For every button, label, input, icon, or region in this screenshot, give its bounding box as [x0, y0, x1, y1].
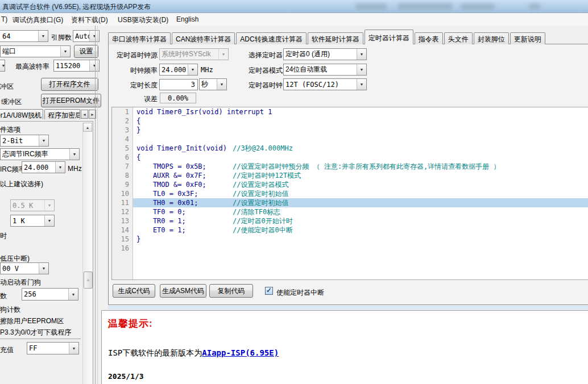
resistor-select[interactable]: 1 K [10, 215, 55, 227]
timer-clock-label: 定时器时钟 [249, 81, 283, 90]
menu-item-partial[interactable]: T) [1, 15, 7, 23]
wdt-factor-select[interactable]: 256 [22, 288, 78, 300]
open-eeprom-file-button[interactable]: 打开EEPROM文件 [41, 94, 101, 107]
blurred-area [398, 3, 452, 10]
sidebar-tab-offline[interactable]: er1A/U8W脱机 [0, 109, 43, 119]
chevron-down-icon [0, 60, 5, 71]
error-value: 0.00% [168, 94, 188, 102]
pin-count-value: Auto [73, 32, 89, 40]
clock-freq-value: 24.000 [160, 66, 188, 74]
timer-length-input[interactable]: 3 [159, 79, 198, 90]
generate-c-code-button[interactable]: 生成C代码 [113, 284, 155, 298]
clock-freq-select[interactable]: 24.000 [159, 64, 198, 76]
chevron-down-icon [38, 31, 48, 41]
timer-length-value: 3 [191, 81, 195, 89]
tab-instruction-set[interactable]: 指令表 [415, 32, 443, 44]
copy-code-button[interactable]: 复制代码 [209, 284, 253, 298]
program-buffer-label: 冲区 [0, 82, 14, 91]
chevron-down-icon [60, 46, 70, 57]
bit-mode-select[interactable]: 2-Bit [0, 135, 49, 147]
error-label: 误差 [144, 94, 158, 104]
fill-value-select[interactable]: FF [27, 342, 79, 354]
line-number: 12 [112, 207, 133, 216]
timer-mode-select[interactable]: 24位自动重载 [283, 64, 367, 76]
irc-adjust-value: 态调节IRC频率 [1, 149, 69, 159]
line-number: 16 [112, 244, 133, 253]
code-comment: //设置定时器时钟预分频 （ 注意:并非所有系列都有此寄存器,详情请查看数据手册… [233, 162, 500, 171]
generated-code-area[interactable]: 1void Timer0_Isr(void) interrupt 1 2{ 3}… [111, 107, 588, 280]
pullup-value: 0.5 K [11, 202, 44, 210]
sidebar-scrollbar[interactable]: ▲ ≡ [82, 123, 92, 384]
irc-freq-select[interactable]: 24.000 [22, 161, 65, 173]
code-text: TL0 = 0x3F; [133, 189, 233, 198]
code-comment: //设置定时初始值 [233, 198, 288, 207]
tab-label: 软件延时计算器 [312, 35, 359, 43]
menu-item-english[interactable]: English [176, 15, 198, 23]
code-comment: //设置定时初始值 [233, 189, 288, 198]
tab-adc-speed-calc[interactable]: ADC转换速度计算器 [236, 32, 306, 44]
enable-timer-interrupt-checkbox[interactable] [265, 287, 273, 295]
menu-item-downloads[interactable]: 资料下载(D) [71, 15, 108, 25]
tab-update-notes[interactable]: 更新说明 [510, 32, 545, 44]
pullup-select-disabled[interactable]: 0.5 K [10, 199, 55, 211]
tab-label: ADC转换速度计算器 [240, 35, 302, 43]
hint-label: 以上建议选择) [0, 180, 43, 189]
erase-eeprom-label: 擦除用户EEPROM区 [0, 316, 64, 326]
blurred-area [529, 3, 540, 9]
code-text: } [133, 235, 233, 244]
code-text: TR0 = 1; [133, 216, 233, 226]
max-baud-select[interactable]: 115200 [53, 60, 100, 72]
chevron-down-icon [357, 79, 366, 90]
line-number: 7 [112, 162, 133, 171]
tab-label: CAN波特率计算器 [176, 35, 231, 43]
code-line: 4 [112, 135, 588, 144]
code-text: { [133, 116, 233, 126]
scroll-up-icon[interactable]: ▲ [83, 123, 92, 132]
chevron-down-icon [44, 215, 54, 226]
line-number: 11 [112, 198, 133, 207]
timer-select[interactable]: 定时器0 (通用) [283, 48, 367, 60]
tab-package-pinout[interactable]: 封装脚位 [474, 32, 509, 44]
voltage-select[interactable]: 00 V [0, 262, 49, 274]
open-program-file-button[interactable]: 打开程序文件 [41, 78, 98, 91]
tab-sw-delay-calc[interactable]: 软件延时计算器 [308, 32, 363, 44]
line-number: 3 [112, 126, 133, 135]
generate-asm-code-button[interactable]: 生成ASM代码 [160, 284, 206, 298]
chip-select[interactable]: 64 [0, 30, 48, 42]
eeprom-buffer-label: 缓冲区 [1, 97, 22, 107]
code-line: 6{ [112, 153, 588, 162]
tab-timer-calc[interactable]: 定时器计算器 [365, 30, 413, 44]
length-unit-select[interactable]: 秒 [199, 78, 227, 90]
code-comment: //定时器0开始计时 [233, 216, 293, 226]
port-select[interactable]: 端口 [0, 45, 71, 57]
clock-source-select[interactable]: 系统时钟SYSclk [159, 48, 229, 60]
tab-header-files[interactable]: 头文件 [444, 32, 473, 44]
code-line: 5void Timer0_Init(void)//3秒@24.000MHz [112, 144, 588, 153]
irc-adjust-select[interactable]: 态调节IRC频率 [0, 148, 80, 160]
tab-label: 指令表 [419, 35, 439, 43]
sidebar-tab-encrypt[interactable]: 程序加密后 [44, 109, 80, 119]
panel-bottom-strip [108, 306, 588, 310]
code-text: TMOD &= 0xF0; [133, 180, 233, 189]
fill-value: FF [27, 344, 69, 352]
blurred-area [355, 3, 387, 10]
isp-download-link[interactable]: AIapp-ISP(6.95E) [202, 348, 279, 357]
scroll-left-icon[interactable]: ◄ [81, 110, 88, 119]
enable-timer-interrupt-label: 使能定时器中断 [276, 288, 324, 298]
tab-uart-baud-calc[interactable]: 串口波特率计算器 [108, 32, 171, 44]
clock-freq-unit: MHz [201, 66, 213, 74]
open-program-file-label: 打开程序文件 [49, 80, 90, 89]
sidebar-tab-offline-label: er1A/U8W脱机 [0, 111, 42, 119]
timer-clock-select[interactable]: 12T (FOSC/12) [283, 78, 367, 90]
panel-edge [97, 26, 98, 384]
partial-combo[interactable] [0, 60, 5, 72]
scrollbar-thumb[interactable]: ≡ [84, 272, 93, 289]
notice-panel: 温馨提示: ISP下载软件的最新版本为AIapp-ISP(6.95E) 2025… [101, 310, 588, 384]
menu-item-usb-driver[interactable]: USB驱动安装(D) [118, 15, 168, 25]
line-number: 13 [112, 216, 133, 226]
timer-select-label: 选择定时器 [249, 51, 283, 60]
menu-bar: T) 调试仿真接口(G) 资料下载(D) USB驱动安装(D) English [0, 13, 588, 26]
menu-item-debug-interface[interactable]: 调试仿真接口(G) [13, 15, 63, 25]
tab-can-baud-calc[interactable]: CAN波特率计算器 [172, 32, 235, 44]
code-text [133, 135, 233, 144]
